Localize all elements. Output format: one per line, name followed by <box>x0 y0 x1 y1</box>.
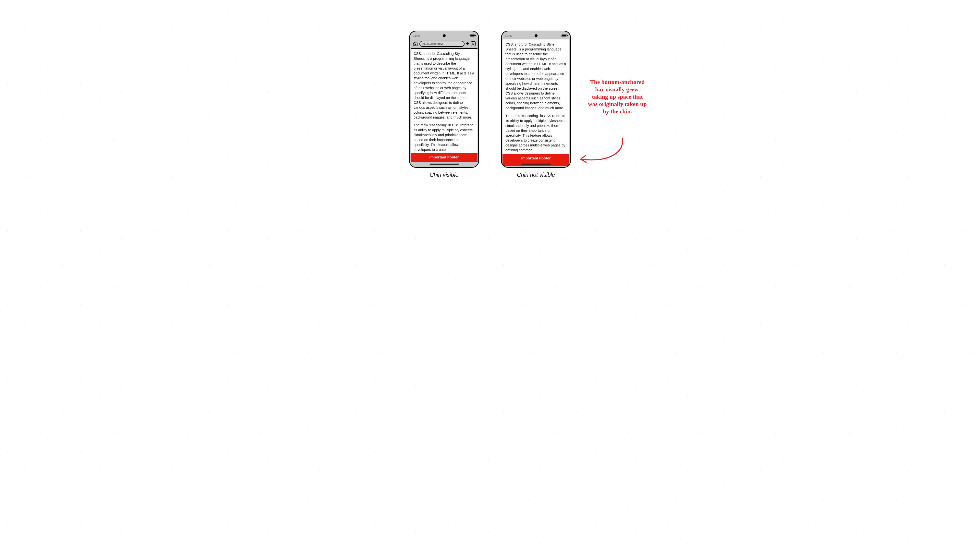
tab-count-badge[interactable]: 5 <box>471 41 476 46</box>
phone-b-column: 11:45 CSS, short for Cascading Style She… <box>501 30 571 178</box>
bottom-anchored-footer[interactable]: Important Footer <box>410 153 477 162</box>
status-time: 11:45 <box>413 34 420 37</box>
status-bar: 11:45 <box>410 32 477 40</box>
address-bar[interactable]: https://web.dev/ <box>420 41 465 47</box>
status-bar: 11:45 <box>503 32 570 40</box>
page-viewport: CSS, short for Cascading Style Sheets, i… <box>410 49 477 162</box>
page-content[interactable]: CSS, short for Cascading Style Sheets, i… <box>503 40 570 154</box>
tab-count-value: 5 <box>473 42 474 45</box>
phone-frame-a: 11:45 https://web.dev/ + 5 <box>409 30 479 168</box>
battery-icon <box>562 35 567 37</box>
battery-icon <box>470 35 475 37</box>
home-icon[interactable] <box>412 41 418 46</box>
browser-toolbar: https://web.dev/ + 5 <box>410 40 477 49</box>
device-chin <box>410 162 477 166</box>
phone-frame-b: 11:45 CSS, short for Cascading Style She… <box>501 30 571 168</box>
front-camera-icon <box>443 34 445 37</box>
phone-a-column: 11:45 https://web.dev/ + 5 <box>409 30 479 178</box>
footer-label: Important Footer <box>430 155 459 159</box>
device-chin-overlay <box>502 162 570 166</box>
annotation-text: The bottom-anchored bar visually grew, t… <box>588 78 647 115</box>
front-camera-icon <box>535 34 538 37</box>
new-tab-icon[interactable]: + <box>466 41 469 46</box>
home-indicator-icon[interactable] <box>430 164 459 165</box>
paragraph-1: CSS, short for Cascading Style Sheets, i… <box>506 42 566 110</box>
paragraph-2: The term "cascading" in CSS refers to it… <box>506 113 566 152</box>
paragraph-1: CSS, short for Cascading Style Sheets, i… <box>414 51 474 120</box>
home-indicator-icon[interactable] <box>521 164 551 165</box>
footer-label: Important Footer <box>521 156 551 160</box>
paragraph-2: The term "cascading" in CSS refers to it… <box>414 123 474 152</box>
diagram-stage: 11:45 https://web.dev/ + 5 <box>313 0 667 198</box>
caption-b: Chin not visible <box>517 171 555 178</box>
page-viewport: CSS, short for Cascading Style Sheets, i… <box>503 40 570 166</box>
status-time: 11:45 <box>505 34 512 37</box>
page-content[interactable]: CSS, short for Cascading Style Sheets, i… <box>410 49 477 153</box>
caption-a: Chin visible <box>430 171 459 178</box>
address-bar-url: https://web.dev/ <box>422 42 443 46</box>
